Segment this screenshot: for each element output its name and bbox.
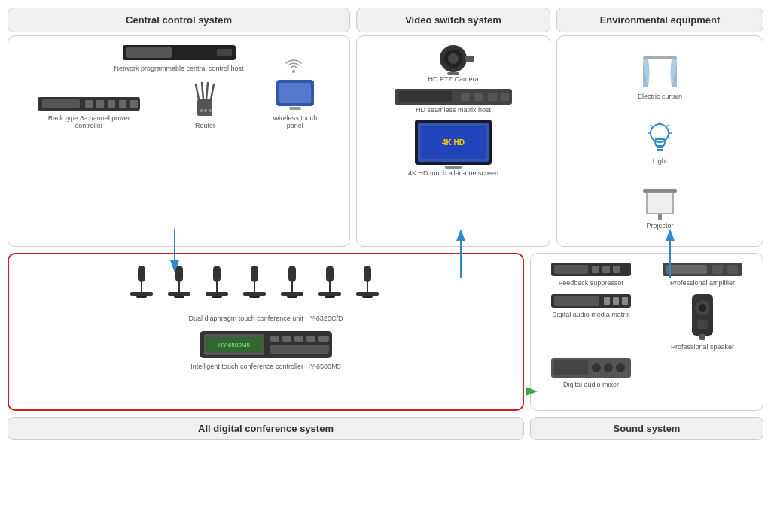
svg-point-111 (616, 363, 625, 372)
svg-rect-28 (399, 91, 452, 102)
svg-rect-101 (622, 297, 628, 305)
svg-rect-5 (42, 99, 80, 108)
svg-line-43 (651, 125, 652, 126)
svg-rect-106 (699, 334, 705, 340)
svg-rect-20 (279, 83, 311, 103)
env-header: Environmental equipment (556, 8, 763, 32)
svg-rect-92 (613, 266, 620, 273)
wireless-touch-label: Wireless touch panel (269, 114, 322, 129)
svg-rect-49 (658, 214, 662, 220)
hd-matrix-label: HD seamless matrix host (416, 106, 491, 114)
svg-line-13 (202, 83, 203, 99)
mic-unit-label: Dual diaphragm touch conference unit HY-… (189, 315, 343, 322)
hd-ptz-label: HD PTZ Camera (428, 75, 478, 83)
svg-rect-99 (604, 297, 610, 305)
svg-rect-82 (270, 336, 279, 342)
svg-rect-91 (602, 266, 610, 273)
svg-point-24 (448, 53, 459, 64)
svg-point-3 (292, 70, 295, 73)
svg-rect-38 (643, 56, 677, 59)
svg-rect-83 (282, 336, 291, 342)
svg-rect-51 (130, 292, 153, 296)
svg-rect-1 (126, 47, 172, 58)
svg-rect-69 (288, 266, 296, 282)
svg-rect-67 (281, 292, 303, 296)
svg-rect-108 (554, 360, 588, 375)
env-panel: Electric curtain Light (556, 35, 763, 247)
svg-rect-86 (318, 336, 329, 342)
controller-label: Intelligent touch conference controller … (190, 363, 340, 370)
svg-line-15 (211, 84, 214, 99)
svg-rect-29 (461, 93, 470, 101)
svg-rect-55 (168, 292, 190, 296)
light-label: Light (653, 157, 668, 165)
video-header: Video switch system (356, 8, 550, 32)
svg-rect-75 (356, 292, 379, 296)
mic-icons (115, 262, 416, 307)
svg-rect-16 (200, 109, 203, 112)
svg-rect-77 (364, 266, 371, 282)
svg-point-109 (592, 363, 601, 372)
feedback-label: Feedback suppressor (559, 279, 624, 287)
amplifier-label: Professional amplifier (670, 279, 735, 287)
svg-text:HY-6500M5: HY-6500M5 (218, 342, 251, 348)
svg-rect-48 (647, 193, 673, 214)
svg-rect-37 (445, 166, 462, 169)
svg-rect-30 (474, 93, 483, 101)
svg-rect-41 (657, 149, 663, 151)
svg-rect-90 (592, 266, 599, 273)
svg-rect-53 (138, 266, 145, 282)
central-control-panel: Network programmable central control hos… (8, 35, 350, 247)
curtain-label: Electric curtain (638, 93, 682, 100)
svg-rect-95 (712, 265, 723, 274)
svg-rect-94 (666, 265, 707, 274)
svg-rect-84 (294, 336, 303, 342)
svg-rect-2 (217, 49, 232, 56)
network-host-label: Network programmable central control hos… (114, 65, 243, 72)
svg-line-44 (667, 125, 669, 126)
svg-rect-71 (318, 292, 341, 296)
svg-point-104 (699, 304, 706, 312)
svg-line-14 (206, 83, 208, 99)
svg-rect-96 (727, 265, 738, 274)
svg-rect-31 (488, 93, 497, 101)
sound-panel: Feedback suppressor Professional amplifi… (530, 253, 763, 411)
svg-rect-73 (326, 266, 334, 282)
mixer-label: Digital audio mixer (563, 381, 619, 388)
svg-rect-17 (204, 109, 207, 112)
svg-rect-105 (697, 320, 708, 329)
svg-line-12 (196, 84, 199, 99)
svg-rect-6 (85, 100, 93, 108)
projector-label: Projector (646, 222, 673, 230)
svg-rect-9 (119, 100, 126, 108)
svg-rect-25 (465, 56, 474, 62)
svg-rect-59 (206, 292, 228, 296)
svg-rect-18 (209, 109, 212, 112)
central-header: Central control system (8, 8, 350, 32)
svg-rect-61 (213, 266, 221, 282)
svg-rect-65 (251, 266, 258, 282)
sound-footer: Sound system (530, 417, 763, 440)
svg-rect-98 (554, 296, 599, 306)
svg-rect-85 (306, 336, 315, 342)
svg-rect-7 (96, 100, 104, 108)
svg-rect-8 (108, 100, 115, 108)
matrix-label: Digital audio media matrix (552, 311, 630, 318)
conference-panel: Dual diaphragm touch conference unit HY-… (8, 253, 524, 411)
rack-power-label: Rack type 8-channel power controller (36, 114, 142, 129)
svg-rect-100 (613, 297, 619, 305)
hd-screen-label: 4K HD touch all-in-one screen (408, 169, 498, 177)
conference-footer: All digital conference system (8, 417, 524, 440)
svg-rect-63 (243, 292, 266, 296)
svg-rect-21 (289, 107, 301, 110)
router-label: Router (195, 122, 215, 129)
svg-rect-32 (501, 93, 509, 101)
video-switch-panel: HD PTZ Camera HD seamless matrix host (356, 35, 550, 247)
svg-rect-40 (657, 146, 663, 148)
svg-rect-10 (130, 100, 138, 108)
speaker-label: Professional speaker (671, 343, 734, 351)
svg-rect-11 (197, 99, 212, 116)
svg-text:4K HD: 4K HD (442, 138, 465, 147)
svg-rect-87 (270, 345, 329, 354)
svg-rect-57 (175, 266, 183, 282)
